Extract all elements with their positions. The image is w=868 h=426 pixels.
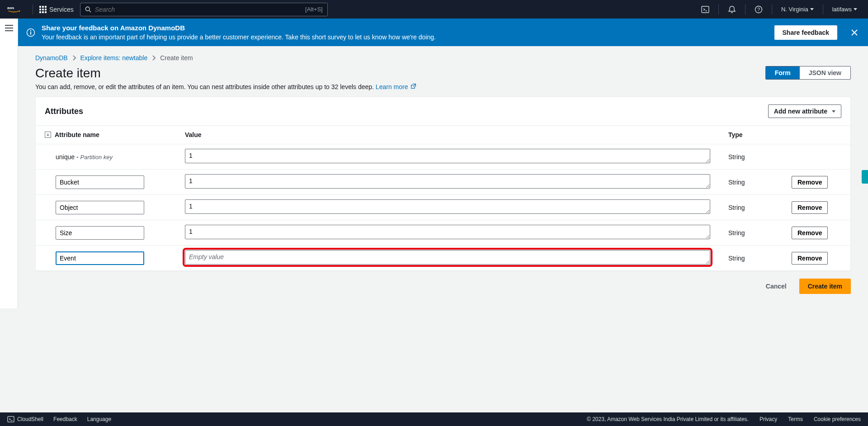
attribute-type: String bbox=[719, 246, 783, 271]
breadcrumb-current: Create item bbox=[160, 54, 193, 62]
svg-line-15 bbox=[413, 84, 416, 87]
sidebar-toggle[interactable] bbox=[5, 25, 13, 31]
svg-point-1 bbox=[85, 7, 90, 11]
remove-attribute-button[interactable]: Remove bbox=[792, 201, 828, 214]
banner-desc: Your feedback is an important part of he… bbox=[42, 33, 768, 41]
col-type: Type bbox=[719, 126, 783, 144]
attribute-type: String bbox=[719, 220, 783, 246]
table-row: unique - Partition key1String bbox=[36, 144, 850, 170]
breadcrumb-explore[interactable]: Explore items: newtable bbox=[80, 54, 148, 62]
attribute-value-input[interactable]: 1 bbox=[185, 149, 710, 163]
aws-logo[interactable]: aws bbox=[6, 5, 22, 14]
external-link-icon bbox=[409, 83, 416, 90]
region-selector[interactable]: N. Virginia bbox=[777, 3, 818, 15]
table-row: StringRemove bbox=[36, 246, 850, 271]
sidebar-toggle-column bbox=[0, 19, 18, 308]
search-icon bbox=[85, 6, 91, 13]
svg-rect-12 bbox=[30, 32, 31, 34]
attribute-value-input[interactable]: 1 bbox=[185, 174, 710, 189]
attribute-name-input[interactable] bbox=[56, 226, 144, 240]
chevron-right-icon bbox=[152, 55, 156, 61]
create-item-button[interactable]: Create item bbox=[799, 279, 851, 294]
cancel-button[interactable]: Cancel bbox=[759, 279, 794, 294]
banner-title: Share your feedback on Amazon DynamoDB bbox=[42, 24, 768, 32]
grid-icon bbox=[39, 6, 47, 13]
svg-point-11 bbox=[30, 30, 31, 31]
attribute-type: String bbox=[719, 170, 783, 195]
attribute-type: String bbox=[719, 195, 783, 220]
notifications-button[interactable] bbox=[723, 3, 741, 16]
feedback-banner: Share your feedback on Amazon DynamoDB Y… bbox=[18, 19, 868, 46]
attribute-value-input[interactable] bbox=[185, 250, 710, 265]
caret-down-icon bbox=[832, 110, 835, 113]
svg-line-2 bbox=[89, 10, 91, 12]
attributes-table: + Attribute name Value Type unique - Par… bbox=[36, 125, 850, 271]
page-description: You can add, remove, or edit the attribu… bbox=[35, 83, 765, 90]
caret-down-icon bbox=[854, 8, 857, 10]
services-label: Services bbox=[49, 6, 74, 13]
panel-title: Attributes bbox=[45, 107, 83, 116]
banner-close-button[interactable] bbox=[849, 27, 860, 38]
side-feedback-tab[interactable] bbox=[862, 170, 868, 184]
col-value: Value bbox=[176, 126, 719, 144]
share-feedback-button[interactable]: Share feedback bbox=[774, 25, 838, 40]
search-box[interactable]: [Alt+S] bbox=[80, 3, 328, 16]
info-icon bbox=[26, 28, 35, 37]
search-shortcut: [Alt+S] bbox=[305, 6, 323, 13]
attribute-value-input[interactable]: 1 bbox=[185, 225, 710, 239]
remove-attribute-button[interactable]: Remove bbox=[792, 176, 828, 189]
form-view-tab[interactable]: Form bbox=[766, 66, 800, 79]
table-row: 1StringRemove bbox=[36, 170, 850, 195]
form-actions: Cancel Create item bbox=[35, 271, 851, 296]
expand-all-toggle[interactable]: + bbox=[45, 132, 51, 138]
cloudshell-icon-button[interactable] bbox=[697, 3, 714, 16]
partition-key-name: unique - Partition key bbox=[45, 153, 113, 161]
attribute-name-input[interactable] bbox=[56, 251, 144, 265]
caret-down-icon bbox=[810, 8, 814, 10]
add-attribute-button[interactable]: Add new attribute bbox=[768, 104, 841, 118]
learn-more-link[interactable]: Learn more bbox=[376, 83, 416, 90]
page-title: Create item bbox=[35, 66, 765, 80]
table-row: 1StringRemove bbox=[36, 220, 850, 246]
top-nav: aws Services [Alt+S] ? N. Virginia la bbox=[0, 0, 868, 19]
attribute-value-input[interactable]: 1 bbox=[185, 199, 710, 214]
attribute-type: String bbox=[719, 144, 783, 170]
search-input[interactable] bbox=[95, 6, 305, 13]
account-menu[interactable]: latifaws bbox=[828, 3, 862, 15]
chevron-right-icon bbox=[72, 55, 76, 61]
svg-text:aws: aws bbox=[7, 6, 14, 10]
view-toggle: Form JSON view bbox=[765, 66, 851, 80]
json-view-tab[interactable]: JSON view bbox=[800, 66, 850, 79]
attribute-name-input[interactable] bbox=[56, 175, 144, 189]
svg-text:?: ? bbox=[757, 7, 760, 12]
remove-attribute-button[interactable]: Remove bbox=[792, 227, 828, 239]
col-attribute-name: Attribute name bbox=[55, 131, 99, 138]
help-button[interactable]: ? bbox=[750, 3, 767, 16]
attributes-panel: Attributes Add new attribute + Attribute… bbox=[35, 97, 851, 271]
table-row: 1StringRemove bbox=[36, 195, 850, 220]
breadcrumb-root[interactable]: DynamoDB bbox=[35, 54, 68, 62]
breadcrumb: DynamoDB Explore items: newtable Create … bbox=[35, 54, 851, 62]
remove-attribute-button[interactable]: Remove bbox=[792, 252, 828, 265]
attribute-name-input[interactable] bbox=[56, 201, 144, 214]
services-menu[interactable]: Services bbox=[36, 3, 77, 16]
